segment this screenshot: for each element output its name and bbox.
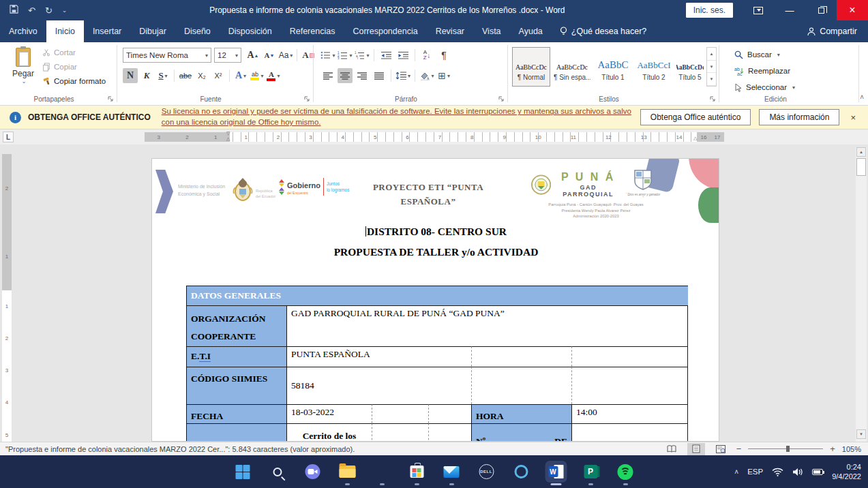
find-button[interactable]: Buscar▾ <box>734 48 780 61</box>
pilcrow-button[interactable]: ¶ <box>436 48 451 63</box>
increase-indent-button[interactable] <box>395 48 410 63</box>
paragraph-dialog-launcher[interactable] <box>498 96 505 103</box>
style-titulo-2[interactable]: AaBbCcI Título 2 <box>635 47 673 87</box>
font-color-button[interactable]: A▾ <box>266 68 281 83</box>
scrollbar-thumb[interactable] <box>856 158 866 176</box>
right-indent-marker[interactable]: △ <box>693 136 697 140</box>
underline-button[interactable]: S▾ <box>155 68 170 83</box>
taskbar-dell-button[interactable]: DELL <box>477 463 495 481</box>
taskbar-voice-assistant-button[interactable] <box>512 463 530 481</box>
print-layout-button[interactable] <box>687 443 705 455</box>
sign-in-button[interactable]: Inic. ses. <box>686 3 733 18</box>
notice-close-icon[interactable]: × <box>848 112 858 123</box>
shading-button[interactable]: ▾ <box>419 68 434 83</box>
start-button[interactable] <box>234 463 252 481</box>
taskbar-clock[interactable]: 0:24 9/4/2022 <box>832 462 861 482</box>
replace-button[interactable]: abac Reemplazar <box>734 65 790 77</box>
hanging-indent-marker[interactable]: △ <box>226 136 230 141</box>
styles-scroll-up-icon[interactable]: ▲ <box>707 48 716 61</box>
zoom-level[interactable]: 105% <box>842 445 861 453</box>
volume-icon[interactable] <box>792 468 803 476</box>
font-name-combobox[interactable]: Times New Roma ▾ <box>123 48 211 63</box>
taskbar-file-explorer-button[interactable] <box>338 463 356 481</box>
taskbar-word-button[interactable]: W <box>547 463 565 481</box>
font-size-combobox[interactable]: 12 ▾ <box>214 48 241 63</box>
numbering-button[interactable]: 123▾ <box>338 48 353 63</box>
close-button[interactable]: × <box>837 0 868 20</box>
tab-revisar[interactable]: Revisar <box>427 20 473 42</box>
tab-referencias[interactable]: Referencias <box>281 20 344 42</box>
tab-correspondencia[interactable]: Correspondencia <box>344 20 426 42</box>
tab-inicio[interactable]: Inicio <box>46 20 84 42</box>
zoom-in-button[interactable]: + <box>830 444 835 453</box>
tab-ayuda[interactable]: Ayuda <box>510 20 552 42</box>
tab-disposicion[interactable]: Disposición <box>220 20 281 42</box>
style-normal[interactable]: AaBbCcDc ¶ Normal <box>512 47 550 87</box>
collapse-ribbon-icon[interactable]: ˄ <box>860 93 864 101</box>
customize-qat-icon[interactable]: ⌄ <box>62 7 68 14</box>
more-info-button[interactable]: Más información <box>759 109 839 125</box>
decrease-indent-button[interactable] <box>378 48 393 63</box>
share-button[interactable]: Compartir <box>796 20 868 42</box>
datos-generales-table[interactable]: DATOS GENERALES ORGANIZACIÓN COOPERANTE … <box>186 286 688 442</box>
paste-button[interactable]: Pegar ⌄ <box>7 46 40 94</box>
zoom-slider-thumb[interactable] <box>786 446 790 452</box>
align-left-button[interactable] <box>320 68 335 83</box>
taskbar-store-button[interactable] <box>408 463 425 481</box>
wifi-icon[interactable] <box>772 468 783 476</box>
paste-dropdown-icon[interactable]: ⌄ <box>8 78 40 85</box>
web-layout-button[interactable] <box>712 443 730 455</box>
align-center-button[interactable] <box>338 68 353 83</box>
align-right-button[interactable] <box>355 68 370 83</box>
styles-scroll-down-icon[interactable]: ▼ <box>707 61 716 74</box>
tab-dibujar[interactable]: Dibujar <box>130 20 175 42</box>
shrink-font-button[interactable]: A▼ <box>262 48 277 63</box>
highlight-button[interactable]: ab▾ <box>250 68 265 83</box>
language-indicator[interactable]: ESP <box>747 468 763 476</box>
scroll-up-button[interactable]: ▲ <box>856 147 866 157</box>
strikethrough-button[interactable]: abe <box>178 68 193 83</box>
tab-archivo[interactable]: Archivo <box>0 20 46 42</box>
taskbar-search-button[interactable] <box>269 463 286 481</box>
taskbar-chat-button[interactable] <box>303 463 321 481</box>
taskbar-mail-button[interactable] <box>443 463 460 481</box>
style-titulo-1[interactable]: AaBbC Título 1 <box>594 47 632 87</box>
bold-button[interactable]: N <box>123 68 138 83</box>
document-page[interactable]: Ministerio de Inclusión Económica y Soci… <box>151 158 719 442</box>
tab-stop-selector[interactable]: L <box>3 132 14 142</box>
grow-font-button[interactable]: A▲ <box>245 48 260 63</box>
ribbon-display-options-button[interactable] <box>743 0 774 20</box>
style-titulo-5[interactable]: AaBbCcDd Título 5 <box>676 47 704 87</box>
change-case-button[interactable]: Aa▾ <box>278 48 293 63</box>
save-icon[interactable] <box>10 4 18 16</box>
tell-me-box[interactable]: ¿Qué desea hacer? <box>552 20 655 42</box>
cut-button[interactable]: Cortar <box>42 47 106 58</box>
copy-button[interactable]: Copiar <box>42 61 106 72</box>
tab-insertar[interactable]: Insertar <box>84 20 130 42</box>
format-painter-button[interactable]: Copiar formato <box>42 76 106 87</box>
taskbar-publisher-button[interactable]: P <box>582 463 599 481</box>
scroll-down-button[interactable]: ▼ <box>856 429 866 439</box>
subscript-button[interactable]: X₂ <box>194 68 209 83</box>
battery-icon[interactable] <box>812 469 823 475</box>
tray-expand-icon[interactable]: ˄ <box>734 468 738 476</box>
bullets-button[interactable]: ▾ <box>320 48 335 63</box>
zoom-out-button[interactable]: − <box>736 444 742 453</box>
zoom-slider[interactable] <box>748 448 823 449</box>
minimize-button[interactable]: — <box>774 0 805 20</box>
notice-link[interactable]: Su licencia no es original y puede ser v… <box>162 106 631 127</box>
style-sin-espaciado[interactable]: AaBbCcDc ¶ Sin espa... <box>553 47 591 87</box>
tab-vista[interactable]: Vista <box>473 20 510 42</box>
taskbar-edge-button[interactable] <box>373 463 391 481</box>
multilevel-list-button[interactable]: 1ai▾ <box>355 48 370 63</box>
sort-button[interactable]: AZ↓ <box>419 48 434 63</box>
line-spacing-button[interactable]: ▾ <box>395 68 410 83</box>
styles-dialog-launcher[interactable] <box>710 96 717 103</box>
status-info[interactable]: "Propuesta e informe de colonia vacacion… <box>0 445 355 453</box>
text-effects-button[interactable]: A▾ <box>233 68 248 83</box>
read-mode-button[interactable] <box>663 443 680 455</box>
justify-button[interactable] <box>372 68 387 83</box>
select-button[interactable]: Seleccionar▾ <box>734 81 795 93</box>
first-line-indent-marker[interactable]: ▽ <box>226 131 230 136</box>
vertical-ruler[interactable]: 21 1234567 <box>2 154 12 442</box>
